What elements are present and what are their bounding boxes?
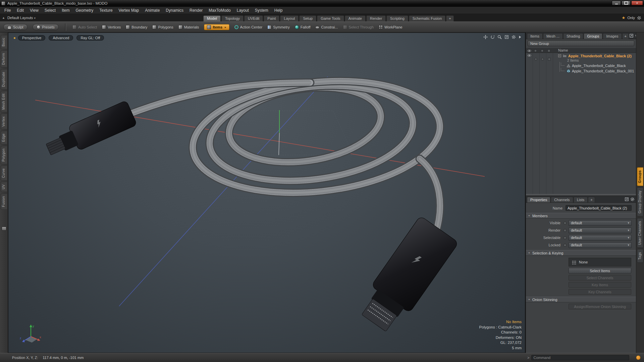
action-center-button[interactable]: Action Center [234,25,263,29]
maximize-button[interactable] [622,1,631,5]
members-section-header[interactable]: ▼Members [526,213,636,219]
sculpt-button[interactable]: Sculpt [3,24,28,30]
selectable-default-toggle[interactable] [564,236,567,239]
toolbox-tab-uv[interactable]: UV [1,182,7,192]
layout-tab-layout[interactable]: Layout [280,15,299,21]
eye-icon[interactable] [527,49,531,53]
tree-row-apple-thunderbolt-cable-black-001[interactable]: Apple_Thunderbolt_Cable_Black_001 [526,68,636,73]
panel-tab-lists[interactable]: Lists [574,197,588,202]
zoom-icon[interactable] [497,35,502,39]
gear-icon[interactable] [512,35,516,39]
command-input[interactable] [531,355,629,360]
lock-toggle-icon[interactable] [548,57,551,61]
default-layouts-dropdown[interactable]: Default Layouts ▾ [7,16,36,20]
panel-tab-channels[interactable]: Channels [551,197,573,202]
favorite-star-icon[interactable]: ★ [622,15,626,20]
render-toggle-icon[interactable] [534,49,537,53]
maximize-icon[interactable] [625,197,629,201]
maximize-icon[interactable] [504,35,509,39]
menu-item[interactable]: Item [59,7,72,14]
visible-select[interactable]: default▾ [569,220,632,226]
animate-toggle-icon[interactable] [541,57,544,61]
group-name-input[interactable] [566,205,632,211]
menu-system[interactable]: System [252,7,271,14]
materials-button[interactable]: Materials [178,25,199,29]
menu-help[interactable]: Help [271,7,286,14]
add-panel-tab-button[interactable]: + [588,197,595,202]
tree-row-apple-thunderbolt-cable-black[interactable]: Apple_Thunderbolt_Cable_Black [526,63,636,68]
ray-gl-off-button[interactable]: Ray GL: Off [76,35,104,41]
side-tab-tags[interactable]: Tags [637,249,643,263]
toolbox-tab-duplicate[interactable]: Duplicate [1,69,7,89]
panel-tab-properties[interactable]: Properties [527,197,550,202]
visible-default-toggle[interactable] [564,222,567,225]
symmetry-button[interactable]: Symmetry [267,25,290,29]
animate-toggle-icon[interactable] [541,49,544,53]
presets-button[interactable]: Presets [33,24,59,30]
menu-vertex-map[interactable]: Vertex Map [116,7,142,14]
collapse-expander[interactable]: − [558,54,561,57]
menu-animate[interactable]: Animate [142,7,163,14]
locked-default-toggle[interactable] [564,244,567,247]
add-panel-tab-button[interactable]: + [622,33,629,39]
toolbox-tab-curve[interactable]: Curve [1,166,7,181]
pan-icon[interactable] [483,35,488,39]
items-button[interactable]: Items▸ [204,24,229,30]
command-run-icon[interactable] [636,355,641,360]
panel-tab-groups[interactable]: Groups [584,33,602,39]
new-group-button[interactable]: New Group [528,41,634,46]
toolbox-tab-polygon[interactable]: Polygon [1,146,7,164]
settings-gear-icon[interactable] [637,16,641,20]
polygons-button[interactable]: Polygons [152,25,173,29]
menu-texture[interactable]: Texture [96,7,115,14]
locked-select[interactable]: default▾ [569,242,632,248]
toolbox-tab-basic[interactable]: Basic [1,35,7,49]
perspective-button[interactable]: Perspective [18,35,45,41]
render-default-toggle[interactable] [564,229,567,232]
menu-edit[interactable]: Edit [14,7,27,14]
vertices-button[interactable]: Vertices [102,25,121,29]
toolbox-tab-fusion[interactable]: Fusion [1,193,7,209]
panel-tab-shading[interactable]: Shading [563,33,583,39]
menu-dynamics[interactable]: Dynamics [163,7,186,14]
layout-tab-game-tools[interactable]: Game Tools [317,15,344,21]
layout-tab-schematic-fusion[interactable]: Schematic Fusion [409,15,445,21]
select-channels-button[interactable]: Select Channels [569,275,631,281]
side-tab-group-display[interactable]: Group Display [637,187,643,217]
layout-tab-uvedit[interactable]: UVEdit [244,15,263,21]
maximize-icon[interactable] [629,34,634,38]
layout-tab-animate[interactable]: Animate [345,15,366,21]
layout-tab-model[interactable]: Model [203,15,221,21]
auto-select-button[interactable]: Auto Select [72,25,97,29]
advanced-button[interactable]: Advanced [49,35,73,41]
toolbox-tab-mesh-edit[interactable]: Mesh Edit [1,91,7,112]
side-tab-groups[interactable]: Groups [637,167,643,186]
onion-skinning-section-header[interactable]: ▼Onion Skinning [526,297,636,302]
panel-tab-items[interactable]: Items [527,33,543,39]
visibility-eye-icon[interactable] [527,54,531,58]
layout-up-icon[interactable]: ▲ [2,16,5,19]
panel-tab-images[interactable]: Images [603,33,622,39]
mini-palette-icon[interactable] [2,227,6,231]
keying-mode-field[interactable]: None [569,258,631,266]
select-items-button[interactable]: Select Items [569,268,631,274]
constrai-button[interactable]: Constrai... [315,25,338,29]
minimize-button[interactable] [612,1,621,5]
name-column-header[interactable]: Name [558,48,568,52]
menu-render[interactable]: Render [186,7,206,14]
menu-geometry[interactable]: Geometry [73,7,97,14]
layout-tab-scripting[interactable]: Scripting [386,15,408,21]
falloff-button[interactable]: Falloff [295,25,311,29]
panel-tab-mesh[interactable]: Mesh ... [543,33,563,39]
toolbox-tab-vertex[interactable]: Vertex [1,114,7,129]
selection-keying-section-header[interactable]: ▼Selection & Keying [526,250,636,256]
menu-layout[interactable]: Layout [234,7,252,14]
gear-icon[interactable] [630,197,635,201]
select-through-button[interactable]: Select Through [343,25,374,29]
selectable-select[interactable]: default▾ [569,235,632,241]
render-select[interactable]: default▾ [569,228,632,233]
add-layout-tab-button[interactable]: + [446,15,453,21]
workplane-button[interactable]: WorkPlane [379,25,402,29]
menu-maxtomodo[interactable]: MaxToModo [206,7,233,14]
menu-view[interactable]: View [27,7,42,14]
